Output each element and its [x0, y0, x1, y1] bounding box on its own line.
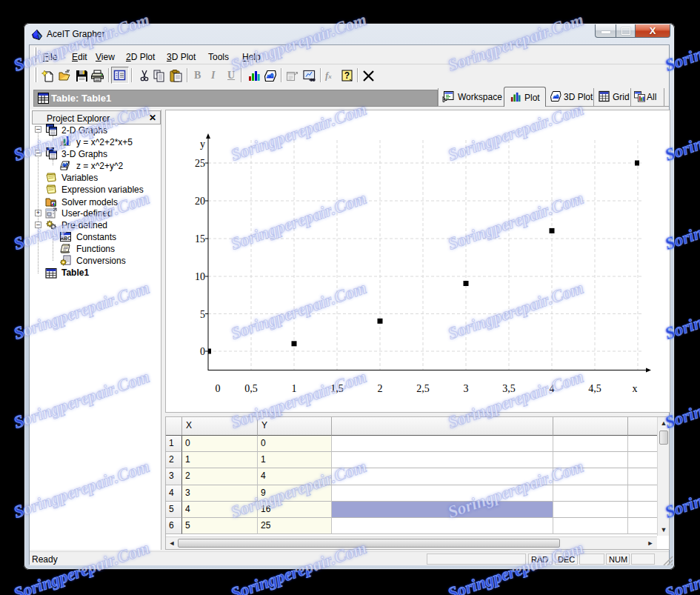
svg-text:ABC: ABC [60, 236, 71, 241]
svg-text:20: 20 [195, 196, 205, 207]
svg-text:4,5: 4,5 [588, 383, 601, 394]
svg-text:y: y [200, 139, 205, 150]
svg-text:3,5: 3,5 [502, 383, 516, 394]
svg-text:0: 0 [200, 346, 205, 357]
svg-text:0: 0 [216, 383, 221, 394]
svg-text:x: x [633, 383, 638, 394]
svg-text:2: 2 [378, 383, 383, 394]
svg-text:?: ? [344, 70, 350, 81]
svg-text:3: 3 [464, 383, 469, 394]
svg-text:25: 25 [195, 158, 205, 169]
svg-text:4: 4 [550, 383, 555, 394]
svg-text:2,5: 2,5 [416, 383, 430, 394]
svg-text:0,5: 0,5 [244, 383, 258, 394]
svg-text:1,5: 1,5 [330, 383, 344, 394]
svg-text:10: 10 [195, 271, 205, 282]
svg-text:5: 5 [200, 309, 205, 320]
svg-text:15: 15 [195, 233, 205, 245]
svg-text:1: 1 [292, 383, 297, 394]
